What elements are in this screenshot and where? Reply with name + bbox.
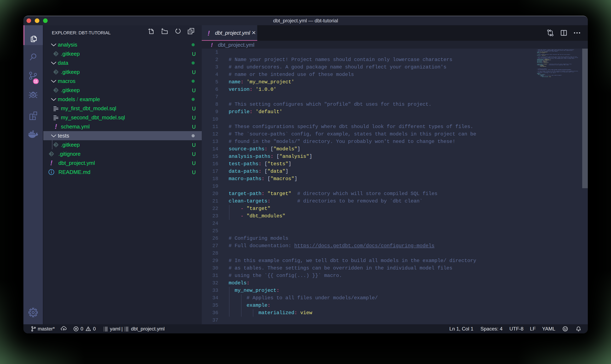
svg-text:11: 11: [34, 79, 38, 83]
